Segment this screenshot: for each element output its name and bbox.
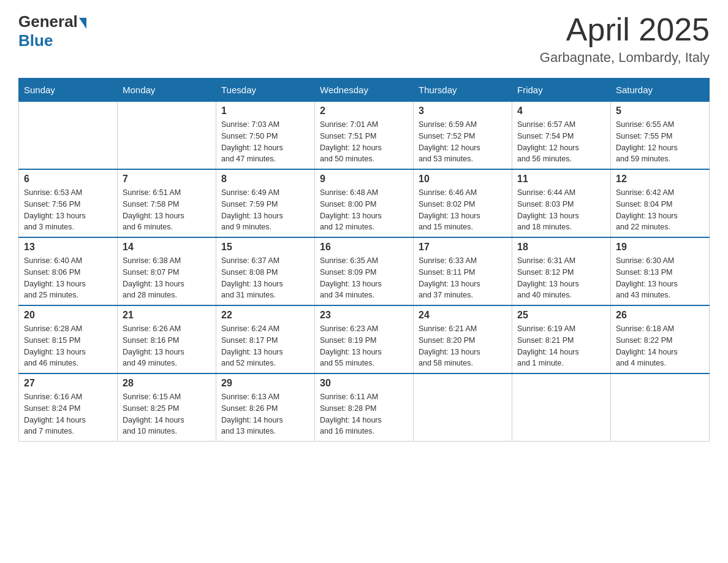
day-info: Sunrise: 6:37 AMSunset: 8:08 PMDaylight:… (221, 255, 309, 301)
day-number: 13 (24, 242, 112, 253)
calendar-cell (19, 102, 118, 170)
day-info: Sunrise: 6:30 AMSunset: 8:13 PMDaylight:… (616, 255, 704, 301)
day-info: Sunrise: 6:11 AMSunset: 8:28 PMDaylight:… (320, 391, 408, 437)
day-number: 3 (419, 105, 507, 117)
day-info: Sunrise: 6:44 AMSunset: 8:03 PMDaylight:… (517, 187, 605, 233)
calendar-cell: 6Sunrise: 6:53 AMSunset: 7:56 PMDaylight… (19, 169, 118, 237)
calendar-cell: 13Sunrise: 6:40 AMSunset: 8:06 PMDayligh… (19, 237, 118, 305)
day-info: Sunrise: 6:24 AMSunset: 8:17 PMDaylight:… (221, 323, 309, 369)
day-number: 23 (320, 310, 408, 321)
calendar-cell: 3Sunrise: 6:59 AMSunset: 7:52 PMDaylight… (414, 102, 512, 170)
day-info: Sunrise: 7:03 AMSunset: 7:50 PMDaylight:… (221, 119, 309, 165)
day-number: 17 (419, 242, 507, 253)
calendar-cell: 19Sunrise: 6:30 AMSunset: 8:13 PMDayligh… (611, 237, 710, 305)
day-info: Sunrise: 6:35 AMSunset: 8:09 PMDaylight:… (320, 255, 408, 301)
calendar-week-row: 20Sunrise: 6:28 AMSunset: 8:15 PMDayligh… (19, 305, 710, 373)
day-number: 21 (123, 310, 211, 321)
day-info: Sunrise: 6:28 AMSunset: 8:15 PMDaylight:… (24, 323, 112, 369)
day-info: Sunrise: 6:57 AMSunset: 7:54 PMDaylight:… (517, 119, 605, 165)
day-number: 29 (221, 378, 309, 389)
day-info: Sunrise: 6:40 AMSunset: 8:06 PMDaylight:… (24, 255, 112, 301)
day-info: Sunrise: 6:26 AMSunset: 8:16 PMDaylight:… (123, 323, 211, 369)
calendar-cell: 18Sunrise: 6:31 AMSunset: 8:12 PMDayligh… (512, 237, 611, 305)
calendar-cell: 15Sunrise: 6:37 AMSunset: 8:08 PMDayligh… (216, 237, 315, 305)
day-info: Sunrise: 6:33 AMSunset: 8:11 PMDaylight:… (419, 255, 507, 301)
day-number: 14 (123, 242, 211, 253)
day-info: Sunrise: 6:49 AMSunset: 7:59 PMDaylight:… (221, 187, 309, 233)
calendar-cell (118, 102, 216, 170)
day-number: 12 (616, 174, 704, 185)
day-info: Sunrise: 6:13 AMSunset: 8:26 PMDaylight:… (221, 391, 309, 437)
day-info: Sunrise: 6:23 AMSunset: 8:19 PMDaylight:… (320, 323, 408, 369)
calendar-week-row: 1Sunrise: 7:03 AMSunset: 7:50 PMDaylight… (19, 102, 710, 170)
calendar-table: SundayMondayTuesdayWednesdayThursdayFrid… (18, 78, 710, 442)
day-number: 10 (419, 174, 507, 185)
day-number: 26 (616, 310, 704, 321)
day-number: 19 (616, 242, 704, 253)
day-number: 4 (517, 105, 605, 117)
day-info: Sunrise: 6:48 AMSunset: 8:00 PMDaylight:… (320, 187, 408, 233)
calendar-cell: 4Sunrise: 6:57 AMSunset: 7:54 PMDaylight… (512, 102, 611, 170)
calendar-header-wednesday: Wednesday (315, 79, 414, 102)
title-section: April 2025 Garbagnate, Lombardy, Italy (540, 12, 710, 66)
day-number: 18 (517, 242, 605, 253)
day-number: 25 (517, 310, 605, 321)
day-info: Sunrise: 6:59 AMSunset: 7:52 PMDaylight:… (419, 119, 507, 165)
month-title: April 2025 (540, 12, 710, 47)
calendar-cell: 2Sunrise: 7:01 AMSunset: 7:51 PMDaylight… (315, 102, 414, 170)
calendar-cell: 28Sunrise: 6:15 AMSunset: 8:25 PMDayligh… (118, 373, 216, 442)
calendar-cell: 12Sunrise: 6:42 AMSunset: 8:04 PMDayligh… (611, 169, 710, 237)
calendar-cell: 23Sunrise: 6:23 AMSunset: 8:19 PMDayligh… (315, 305, 414, 373)
day-info: Sunrise: 6:53 AMSunset: 7:56 PMDaylight:… (24, 187, 112, 233)
day-info: Sunrise: 6:51 AMSunset: 7:58 PMDaylight:… (123, 187, 211, 233)
day-number: 7 (123, 174, 211, 185)
day-number: 27 (24, 378, 112, 389)
calendar-cell (611, 373, 710, 442)
calendar-header-tuesday: Tuesday (216, 79, 315, 102)
calendar-week-row: 6Sunrise: 6:53 AMSunset: 7:56 PMDaylight… (19, 169, 710, 237)
calendar-header-monday: Monday (118, 79, 216, 102)
location-subtitle: Garbagnate, Lombardy, Italy (540, 50, 710, 66)
calendar-cell: 7Sunrise: 6:51 AMSunset: 7:58 PMDaylight… (118, 169, 216, 237)
day-number: 22 (221, 310, 309, 321)
day-number: 28 (123, 378, 211, 389)
day-number: 20 (24, 310, 112, 321)
calendar-cell: 25Sunrise: 6:19 AMSunset: 8:21 PMDayligh… (512, 305, 611, 373)
day-number: 15 (221, 242, 309, 253)
day-info: Sunrise: 6:55 AMSunset: 7:55 PMDaylight:… (616, 119, 704, 165)
day-info: Sunrise: 6:19 AMSunset: 8:21 PMDaylight:… (517, 323, 605, 369)
day-info: Sunrise: 7:01 AMSunset: 7:51 PMDaylight:… (320, 119, 408, 165)
calendar-header-sunday: Sunday (19, 79, 118, 102)
day-info: Sunrise: 6:38 AMSunset: 8:07 PMDaylight:… (123, 255, 211, 301)
calendar-cell: 29Sunrise: 6:13 AMSunset: 8:26 PMDayligh… (216, 373, 315, 442)
calendar-cell: 20Sunrise: 6:28 AMSunset: 8:15 PMDayligh… (19, 305, 118, 373)
calendar-header-thursday: Thursday (414, 79, 512, 102)
calendar-header-row: SundayMondayTuesdayWednesdayThursdayFrid… (19, 79, 710, 102)
day-number: 5 (616, 105, 704, 117)
calendar-cell: 30Sunrise: 6:11 AMSunset: 8:28 PMDayligh… (315, 373, 414, 442)
calendar-cell: 8Sunrise: 6:49 AMSunset: 7:59 PMDaylight… (216, 169, 315, 237)
logo-general-text: General (18, 12, 78, 31)
calendar-cell: 10Sunrise: 6:46 AMSunset: 8:02 PMDayligh… (414, 169, 512, 237)
day-number: 8 (221, 174, 309, 185)
calendar-cell: 27Sunrise: 6:16 AMSunset: 8:24 PMDayligh… (19, 373, 118, 442)
calendar-cell: 9Sunrise: 6:48 AMSunset: 8:00 PMDaylight… (315, 169, 414, 237)
calendar-cell: 22Sunrise: 6:24 AMSunset: 8:17 PMDayligh… (216, 305, 315, 373)
day-info: Sunrise: 6:42 AMSunset: 8:04 PMDaylight:… (616, 187, 704, 233)
day-number: 9 (320, 174, 408, 185)
logo: General Blue (18, 12, 86, 50)
calendar-cell: 14Sunrise: 6:38 AMSunset: 8:07 PMDayligh… (118, 237, 216, 305)
page-header: General Blue April 2025 Garbagnate, Lomb… (18, 12, 710, 66)
day-number: 1 (221, 105, 309, 117)
day-info: Sunrise: 6:18 AMSunset: 8:22 PMDaylight:… (616, 323, 704, 369)
day-info: Sunrise: 6:16 AMSunset: 8:24 PMDaylight:… (24, 391, 112, 437)
calendar-cell: 16Sunrise: 6:35 AMSunset: 8:09 PMDayligh… (315, 237, 414, 305)
day-number: 11 (517, 174, 605, 185)
calendar-cell: 5Sunrise: 6:55 AMSunset: 7:55 PMDaylight… (611, 102, 710, 170)
day-info: Sunrise: 6:31 AMSunset: 8:12 PMDaylight:… (517, 255, 605, 301)
calendar-cell: 11Sunrise: 6:44 AMSunset: 8:03 PMDayligh… (512, 169, 611, 237)
calendar-header-friday: Friday (512, 79, 611, 102)
calendar-cell: 21Sunrise: 6:26 AMSunset: 8:16 PMDayligh… (118, 305, 216, 373)
calendar-cell: 24Sunrise: 6:21 AMSunset: 8:20 PMDayligh… (414, 305, 512, 373)
calendar-cell (512, 373, 611, 442)
